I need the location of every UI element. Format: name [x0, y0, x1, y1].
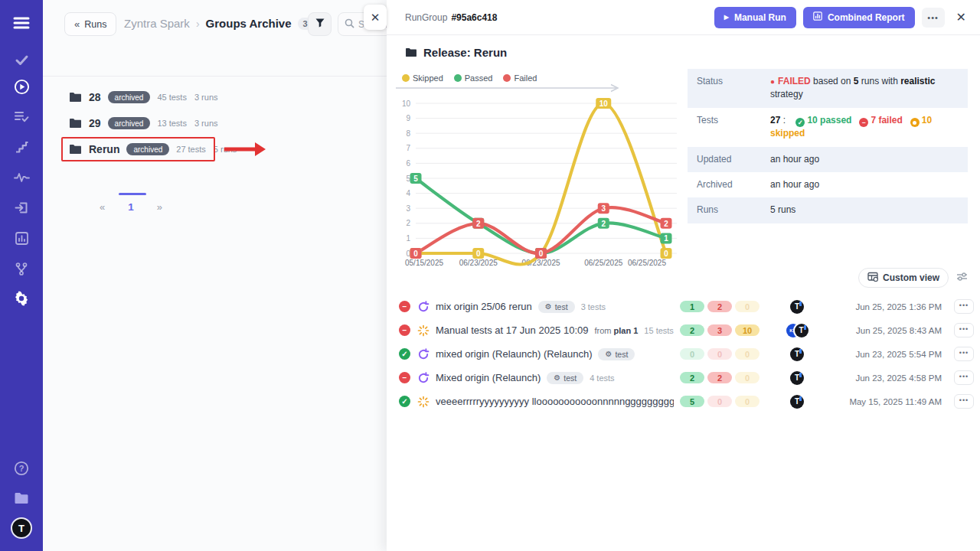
run-tests-count: 3 tests: [581, 302, 606, 311]
pagination-next[interactable]: »: [157, 201, 162, 213]
svg-text:?: ?: [19, 464, 24, 473]
run-title[interactable]: Manual tests at 17 Jun 2025 10:09: [436, 324, 588, 336]
failed-count-pill: 0: [707, 348, 732, 360]
group-tests-count: 45 tests: [157, 93, 187, 102]
skipped-count-pill: 0: [735, 396, 760, 407]
skipped-count-pill: 0: [735, 372, 760, 383]
legend-passed[interactable]: Passed: [454, 73, 493, 83]
run-more-button[interactable]: •••: [954, 323, 974, 337]
list-check-icon[interactable]: [0, 105, 43, 128]
menu-icon[interactable]: [0, 11, 43, 34]
group-name: 29: [89, 117, 101, 129]
avatar[interactable]: T: [790, 371, 804, 385]
svg-text:4: 4: [406, 189, 410, 197]
avatar[interactable]: T: [790, 347, 804, 361]
run-avatars: KET: [772, 324, 822, 337]
user-avatar[interactable]: T: [11, 517, 32, 539]
run-status-icon: −: [399, 372, 410, 383]
run-plan-link[interactable]: plan 1: [614, 326, 639, 335]
check-icon[interactable]: [0, 48, 43, 71]
skipped-dot-icon: [910, 118, 920, 127]
run-date: May 15, 2025 11:49 AM: [828, 397, 942, 406]
svg-text:7: 7: [406, 144, 410, 152]
detail-row-tests: Tests 27 : ✓10 passed−7 failed10 skipped: [688, 108, 968, 147]
failed-count-pill: 0: [707, 396, 732, 407]
pulse-icon[interactable]: [0, 166, 43, 189]
run-row[interactable]: − mix origin 25/06 rerun ⚙ test 3 tests …: [399, 295, 974, 318]
group-row[interactable]: 28 archived 45 tests 3 runs: [43, 84, 387, 110]
drawer-close-icon[interactable]: ✕: [956, 10, 966, 24]
pagination-page-1[interactable]: 1: [128, 201, 134, 213]
run-row[interactable]: − Mixed origin (Relaunch) ⚙ test 4 tests…: [399, 366, 974, 390]
help-icon[interactable]: ?: [0, 457, 43, 480]
run-title[interactable]: mixed origin (Relaunch) (Relaunch): [436, 348, 592, 360]
reports-icon[interactable]: [0, 227, 43, 249]
svg-text:5: 5: [413, 174, 418, 183]
run-row[interactable]: ✓ mixed origin (Relaunch) (Relaunch) ⚙ t…: [399, 342, 974, 366]
run-avatars: T: [772, 300, 822, 314]
run-counts: 2 3 10: [680, 324, 766, 336]
legend-skipped[interactable]: Skipped: [402, 73, 443, 83]
run-row[interactable]: − Manual tests at 17 Jun 2025 10:09 from…: [399, 318, 974, 342]
manual-run-icon: [417, 396, 430, 408]
legend-failed[interactable]: Failed: [503, 73, 537, 83]
group-row[interactable]: 29 archived 13 tests 3 runs: [43, 110, 387, 136]
automated-run-icon: [417, 348, 430, 360]
breadcrumb-project[interactable]: Zyntra Spark: [124, 17, 190, 30]
svg-text:06/25/2025: 06/25/2025: [584, 259, 622, 267]
group-row[interactable]: Rerun archived 27 tests 5 runs: [43, 136, 387, 162]
svg-text:8: 8: [406, 129, 410, 138]
details-table: Status ●FAILED based on 5 runs with real…: [688, 69, 968, 223]
settings-gear-icon[interactable]: [0, 287, 43, 310]
run-avatars: T: [772, 371, 822, 385]
svg-text:6: 6: [406, 159, 410, 168]
filters-sliders-icon[interactable]: [956, 271, 968, 285]
manual-run-button[interactable]: ▶ Manual Run: [714, 7, 796, 28]
app-sidebar: ? T: [0, 0, 43, 551]
runs-back-button[interactable]: « Runs: [64, 12, 116, 36]
run-more-button[interactable]: •••: [954, 299, 974, 314]
automated-run-icon: [417, 372, 430, 384]
chart-legend: SkippedPassedFailed: [393, 73, 688, 83]
more-options-button[interactable]: •••: [922, 8, 945, 28]
sign-in-icon[interactable]: [0, 196, 43, 219]
manual-run-icon: [417, 324, 430, 337]
run-title[interactable]: mix origin 25/06 rerun: [436, 301, 532, 312]
avatar[interactable]: T: [795, 324, 808, 337]
rungroup-label: RunGroup: [405, 12, 447, 23]
combined-report-button[interactable]: Combined Report: [803, 7, 915, 28]
status-failed-text: FAILED: [778, 76, 811, 86]
custom-view-button[interactable]: Custom view: [858, 268, 949, 288]
run-more-button[interactable]: •••: [954, 394, 974, 409]
run-more-button[interactable]: •••: [954, 370, 974, 385]
branches-icon[interactable]: [0, 257, 43, 280]
run-status-icon: −: [399, 324, 410, 336]
run-counts: 5 0 0: [680, 396, 766, 407]
filter-button[interactable]: [308, 12, 332, 36]
group-name: Rerun: [89, 143, 119, 155]
run-title[interactable]: veeeerrrrryyyyyyyyyy llooooooooooonnnnng…: [436, 396, 674, 407]
steps-icon[interactable]: [0, 135, 43, 158]
detail-row-updated: Updated an hour ago: [688, 147, 968, 172]
pagination-prev[interactable]: «: [100, 201, 105, 213]
groups-list: 28 archived 45 tests 3 runs 29 archived …: [43, 84, 387, 162]
run-row[interactable]: ✓ veeeerrrrryyyyyyyyyy llooooooooooonnnn…: [399, 390, 974, 413]
legend-dot-icon: [454, 74, 462, 82]
avatar[interactable]: T: [790, 395, 804, 409]
run-title[interactable]: Mixed origin (Relaunch): [436, 372, 541, 383]
skipped-count-pill: 0: [735, 301, 760, 312]
passed-check-icon: ✓: [795, 118, 805, 127]
archived-badge: archived: [126, 143, 169, 155]
projects-folder-icon[interactable]: [0, 487, 43, 510]
run-more-button[interactable]: •••: [954, 347, 974, 361]
runs-list: − mix origin 25/06 rerun ⚙ test 3 tests …: [399, 295, 974, 413]
run-status-icon: ✓: [399, 396, 410, 407]
svg-text:10: 10: [402, 99, 411, 108]
bar-chart-icon: [813, 11, 822, 23]
group-name: 28: [89, 91, 101, 103]
play-circle-icon[interactable]: [0, 75, 43, 98]
panel-close-button[interactable]: ✕: [364, 5, 387, 30]
group-tests-count: 13 tests: [157, 119, 187, 128]
avatar[interactable]: T: [790, 300, 804, 314]
breadcrumb: Zyntra Spark › Groups Archive 3: [124, 17, 313, 30]
